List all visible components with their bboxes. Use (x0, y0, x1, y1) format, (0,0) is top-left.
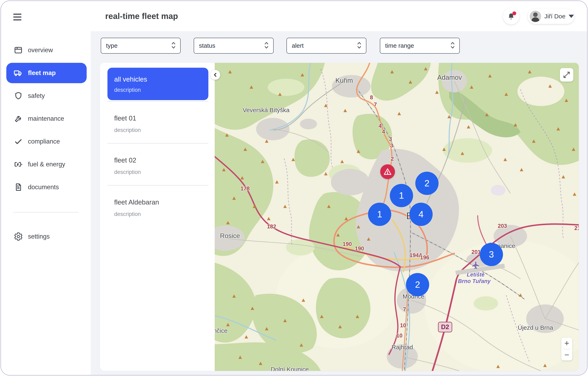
sidebar-item-label: maintenance (28, 115, 64, 122)
chevron-down-icon (569, 15, 574, 18)
header: real-time fleet map Jiří Doe (1, 1, 587, 31)
filter-alert[interactable]: alert (286, 38, 366, 54)
alert-marker[interactable] (380, 164, 395, 179)
fleet-card: all vehicles description fleet 01 descri… (100, 63, 579, 371)
place-label: Újezd u Brna (518, 324, 553, 331)
place-label: nčice (215, 327, 228, 334)
sidebar-item-label: fuel & energy (28, 161, 65, 168)
airplane-icon (471, 261, 480, 270)
filter-label: alert (292, 42, 304, 49)
fullscreen-button[interactable] (560, 68, 573, 82)
document-icon (14, 182, 23, 192)
sidebar-item-label: compliance (28, 138, 60, 145)
road-number-label: 3 (389, 136, 392, 142)
expand-icon (563, 71, 571, 79)
sidebar-item-label: safety (28, 92, 45, 100)
filter-label: status (199, 42, 215, 49)
gear-icon (14, 232, 23, 241)
fleet-description: description (114, 211, 208, 217)
sidebar-item-maintenance[interactable]: maintenance (6, 108, 87, 129)
fleet-description: description (114, 127, 208, 133)
place-label: Rajhrad (391, 344, 413, 351)
fleet-description: description (114, 87, 208, 93)
app-window: real-time fleet map Jiří Doe overview (0, 0, 588, 376)
filter-status[interactable]: status (194, 38, 274, 54)
road-number-label: 190 (343, 241, 352, 247)
select-chevrons-icon (357, 42, 362, 50)
sidebar-item-label: documents (28, 184, 59, 191)
sidebar-item-settings[interactable]: settings (6, 226, 87, 247)
select-chevrons-icon (264, 42, 269, 50)
fleet-description: description (114, 169, 208, 175)
fleet-list-item-fleet-01[interactable]: fleet 01 description (107, 115, 208, 133)
road-number-label: 7 (374, 102, 377, 108)
motorway-shield-d2: D2 (438, 322, 452, 332)
notifications-button[interactable] (503, 8, 519, 24)
road-number-label: 21 (574, 225, 579, 231)
hamburger-menu-icon[interactable] (13, 13, 22, 21)
road-number-label: 203 (498, 223, 507, 229)
user-menu[interactable]: Jiří Doe (528, 9, 574, 24)
battery-charging-icon (14, 160, 23, 169)
fleet-name: fleet Aldebaran (114, 198, 208, 206)
sidebar-item-overview[interactable]: overview (6, 40, 87, 60)
map-zoom-control: + − (561, 338, 572, 361)
road-number-label: 201 (471, 249, 481, 255)
place-label: Veverská Bítýška (243, 107, 290, 114)
place-label: Kuřim (335, 77, 353, 84)
sidebar: overview fleet map safety (1, 31, 91, 375)
sidebar-item-label: settings (28, 233, 50, 240)
sidebar-item-safety[interactable]: safety (6, 86, 87, 106)
road-number-label: 178 (240, 186, 250, 192)
filter-time-range[interactable]: time range (380, 38, 460, 54)
road-number-label: 190 (355, 246, 364, 252)
vehicle-cluster-marker[interactable]: 1 (390, 184, 413, 207)
fleet-name: fleet 01 (114, 115, 208, 122)
road-number-label: 182 (267, 223, 276, 230)
fleet-list-item-fleet-02[interactable]: fleet 02 description (107, 157, 208, 175)
avatar (530, 10, 541, 22)
list-divider (107, 101, 208, 102)
zoom-in-button[interactable]: + (561, 338, 572, 349)
road-number-label: 2 (391, 156, 394, 162)
vehicle-cluster-marker[interactable]: 4 (410, 203, 433, 226)
filter-label: type (106, 42, 118, 49)
road-number-label: 4 (378, 123, 381, 129)
fleet-list-item-all-vehicles[interactable]: all vehicles description (107, 68, 208, 100)
airport-label: Letiště (467, 272, 484, 278)
sidebar-item-fleet-map[interactable]: fleet map (6, 63, 87, 83)
map-canvas[interactable]: Veverská BítýškaKuřimAdamovBrnoRosiceŠla… (215, 63, 579, 371)
wrench-icon (14, 114, 23, 123)
sidebar-item-fuel-energy[interactable]: fuel & energy (6, 154, 87, 175)
airport-label: Brno Tuřany (458, 278, 491, 284)
filter-label: time range (385, 42, 414, 49)
fleet-name: fleet 02 (114, 157, 208, 164)
vehicle-cluster-marker[interactable]: 2 (415, 172, 439, 195)
sidebar-divider (13, 212, 78, 212)
filter-type[interactable]: type (101, 38, 181, 54)
select-chevrons-icon (450, 42, 455, 50)
check-icon (14, 137, 23, 146)
road-number-label: 3 (390, 143, 393, 149)
user-name: Jiří Doe (544, 13, 565, 20)
collapse-list-button[interactable] (210, 70, 220, 80)
vehicle-cluster-marker[interactable]: 3 (480, 243, 503, 266)
sidebar-item-label: overview (28, 46, 53, 54)
chevron-left-icon (213, 72, 218, 77)
fleet-list-item-fleet-aldebaran[interactable]: fleet Aldebaran description (107, 198, 208, 217)
sidebar-item-compliance[interactable]: compliance (6, 131, 87, 152)
vehicle-cluster-marker[interactable]: 1 (368, 203, 391, 226)
road-number-label: 10 (400, 322, 406, 329)
vehicle-cluster-marker[interactable]: 2 (406, 273, 429, 296)
sidebar-item-documents[interactable]: documents (6, 177, 87, 197)
sidebar-item-label: fleet map (28, 69, 56, 77)
fleet-name: all vehicles (114, 75, 208, 83)
page-title: real-time fleet map (105, 12, 178, 21)
zoom-out-button[interactable]: − (561, 349, 572, 361)
place-label: Dolní Kounice (271, 366, 309, 371)
place-label: Rosice (220, 232, 240, 240)
layout-icon (14, 45, 23, 55)
place-label: Adamov (437, 73, 462, 81)
select-chevrons-icon (171, 42, 176, 50)
list-divider (107, 185, 208, 186)
